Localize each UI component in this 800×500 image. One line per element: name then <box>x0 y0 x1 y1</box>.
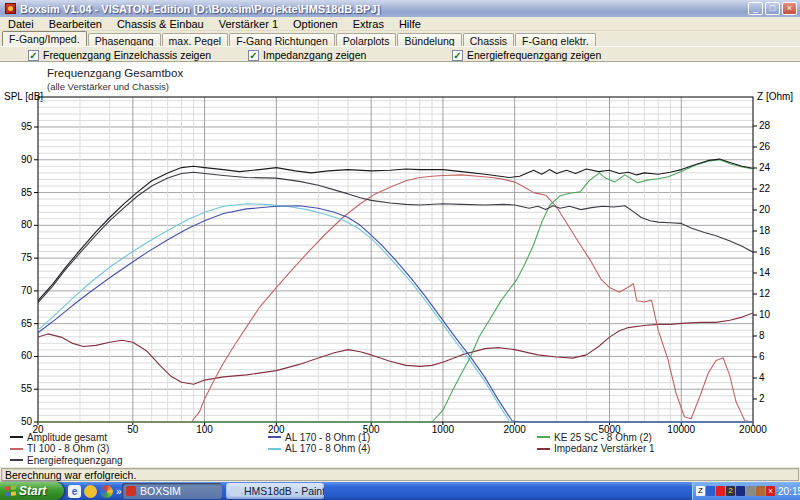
checkbox-check-icon[interactable]: ✓ <box>28 50 39 61</box>
legend-item-al170_4: AL 170 - 8 Ohm (4) <box>268 444 370 454</box>
axis-tick-label: 90 <box>21 154 33 165</box>
axis-tick-label: 12 <box>759 288 771 299</box>
task-button-icon <box>230 486 240 496</box>
axis-tick-label: 65 <box>21 318 33 329</box>
checkbox-impedanzgang-zeigen[interactable]: ✓Impedanzgang zeigen <box>248 49 366 61</box>
task-button-boxsim[interactable]: BOXSIM <box>122 483 222 499</box>
chevron-more-icon[interactable]: » <box>116 486 122 497</box>
app-window: Boxsim V1.04 - VISATON-Edition [D:\Boxsi… <box>0 0 800 482</box>
axis-tick-label: 80 <box>21 219 33 230</box>
axis-tick-label: 20 <box>759 204 771 215</box>
menu-item-verstärker-1[interactable]: Verstärker 1 <box>219 18 278 30</box>
legend-label: Amplitude gesamt <box>27 432 107 443</box>
minimize-button[interactable]: _ <box>748 2 763 15</box>
quick-launch: e» <box>66 482 130 500</box>
legend-dash-al170_4 <box>268 448 281 450</box>
axis-tick-label: 50 <box>21 416 33 427</box>
axis-tick-label: 20000 <box>739 424 767 435</box>
legend-dash-impedanz <box>537 448 550 450</box>
browser-icon[interactable] <box>100 485 113 498</box>
axis-tick-label: 2 <box>759 393 765 404</box>
legend-dash-ti100 <box>10 448 23 450</box>
menu-item-extras[interactable]: Extras <box>353 18 384 30</box>
legend-item-ti100: TI 100 - 8 Ohm (3) <box>10 444 109 454</box>
tab-phasengang[interactable]: Phasengang <box>88 33 161 46</box>
tab-bündelung[interactable]: Bündelung <box>397 33 461 46</box>
legend-item-al170_1: AL 170 - 8 Ohm (1) <box>268 432 370 442</box>
checkbox-check-icon[interactable]: ✓ <box>248 50 259 61</box>
status-text: Berechnung war erfolgreich. <box>1 468 799 481</box>
taskbar: Start e» BOXSIMHMS18dB - Paint Z2x20:15 <box>0 482 800 500</box>
chart-area: Frequenzgang Gesamtbox (alle Verstärker … <box>0 62 800 466</box>
tab-max-pegel[interactable]: max. Pegel <box>162 33 229 46</box>
checkbox-frequenzgang-einzelchassis-zeigen[interactable]: ✓Frequenzgang Einzelchassis zeigen <box>28 49 211 61</box>
task-button-hms18db-paint[interactable]: HMS18dB - Paint <box>226 483 324 499</box>
axis-tick-label: 60 <box>21 350 33 361</box>
app-icon <box>5 3 16 14</box>
messenger-icon[interactable] <box>84 485 97 498</box>
axis-tick-label: 1000 <box>432 424 455 435</box>
task-button-label: BOXSIM <box>140 485 181 497</box>
checkbox-energiefrequenzgang-zeigen[interactable]: ✓Energiefrequenzgang zeigen <box>452 49 601 61</box>
axis-tick-label: 2000 <box>504 424 527 435</box>
tray-alert-icon[interactable]: x <box>766 486 775 496</box>
close-button[interactable]: × <box>782 2 797 15</box>
ie-icon[interactable]: e <box>68 485 81 498</box>
tray-display-icon[interactable]: 2 <box>726 486 735 496</box>
checkbox-label: Frequenzgang Einzelchassis zeigen <box>43 49 211 61</box>
menu-item-bearbeiten[interactable]: Bearbeiten <box>49 18 102 30</box>
axis-tick-label: 10000 <box>667 424 695 435</box>
legend-dash-ke25 <box>537 436 550 438</box>
axis-tick-label: 28 <box>759 120 771 131</box>
tray-z-icon[interactable]: Z <box>696 486 705 496</box>
menu-item-hilfe[interactable]: Hilfe <box>399 18 421 30</box>
tab-chassis[interactable]: Chassis <box>463 33 514 46</box>
axis-tick-label: 22 <box>759 183 771 194</box>
axis-tick-label: 85 <box>21 187 33 198</box>
frequency-chart-svg: 5055606570758085909524681012141618202224… <box>0 62 800 466</box>
axis-tick-label: 14 <box>759 267 771 278</box>
axis-tick-label: 4 <box>759 372 765 383</box>
menu-item-optionen[interactable]: Optionen <box>293 18 338 30</box>
legend-label: Impedanz Verstärker 1 <box>554 443 655 454</box>
maximize-button[interactable]: □ <box>765 2 780 15</box>
tray-color-icon[interactable] <box>756 486 765 496</box>
checkbox-row: ✓Frequenzgang Einzelchassis zeigen✓Imped… <box>0 46 800 62</box>
legend-label: AL 170 - 8 Ohm (1) <box>285 432 370 443</box>
axis-tick-label: 26 <box>759 141 771 152</box>
axis-tick-label: 55 <box>21 383 33 394</box>
tray-network-icon[interactable] <box>736 486 745 496</box>
legend-item-impedanz: Impedanz Verstärker 1 <box>537 444 655 454</box>
titlebar: Boxsim V1.04 - VISATON-Edition [D:\Boxsi… <box>0 0 800 17</box>
legend-label: TI 100 - 8 Ohm (3) <box>27 443 109 454</box>
axis-tick-label: 100 <box>196 424 213 435</box>
tab-f-gang-richtungen[interactable]: F-Gang Richtungen <box>229 33 335 46</box>
axis-tick-label: 75 <box>21 252 33 263</box>
tab-f-gang-elektr[interactable]: F-Gang elektr. <box>515 33 596 46</box>
start-label: Start <box>19 484 46 498</box>
axis-tick-label: 8 <box>759 330 765 341</box>
checkbox-label: Impedanzgang zeigen <box>263 49 366 61</box>
tray-gray-icon[interactable] <box>746 486 755 496</box>
curve-energie <box>38 172 753 303</box>
legend-label: AL 170 - 8 Ohm (4) <box>285 443 370 454</box>
menu-item-datei[interactable]: Datei <box>8 18 34 30</box>
menu-item-chassis-einbau[interactable]: Chassis & Einbau <box>117 18 204 30</box>
window-title: Boxsim V1.04 - VISATON-Edition [D:\Boxsi… <box>20 3 748 15</box>
tab-polarplots[interactable]: Polarplots <box>336 33 397 46</box>
tray-clock: 20:15 <box>778 486 800 497</box>
legend-dash-al170_1 <box>268 436 281 438</box>
legend-label: Energiefrequenzgang <box>27 455 123 466</box>
system-tray: Z2x20:15 <box>692 482 800 500</box>
tab-f-gang-imped[interactable]: F-Gang/Imped. <box>2 31 87 46</box>
legend-item-energie: Energiefrequenzgang <box>10 455 123 465</box>
start-button[interactable]: Start <box>0 482 64 500</box>
axis-tick-label: 18 <box>759 225 771 236</box>
checkbox-check-icon[interactable]: ✓ <box>452 50 463 61</box>
tray-globe-icon[interactable] <box>706 486 715 496</box>
legend-label: KE 25 SC - 8 Ohm (2) <box>554 432 652 443</box>
legend-item-amplitude: Amplitude gesamt <box>10 432 107 442</box>
tray-avira-icon[interactable] <box>716 486 725 496</box>
axis-tick-label: 24 <box>759 162 771 173</box>
legend-item-ke25: KE 25 SC - 8 Ohm (2) <box>537 432 652 442</box>
